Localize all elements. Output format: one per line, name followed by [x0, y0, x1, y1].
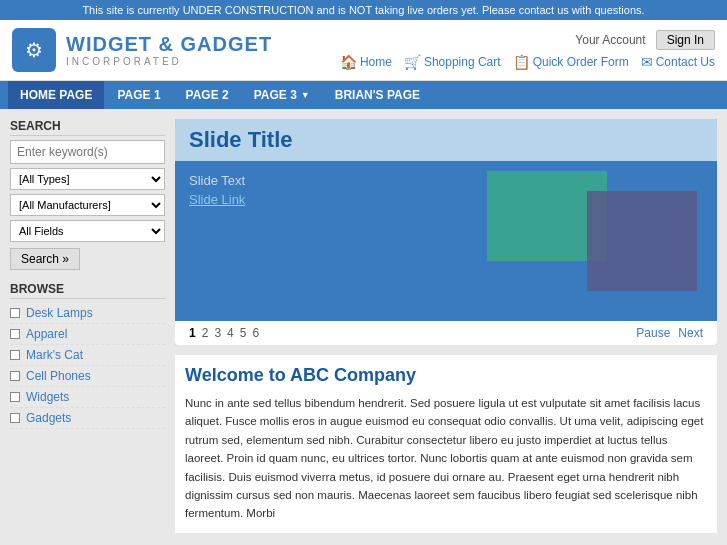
- browse-marks-cat[interactable]: Mark's Cat: [10, 345, 165, 366]
- search-section: SEARCH [All Types] [All Manufacturers] A…: [10, 119, 165, 270]
- slide-title: Slide Title: [189, 127, 703, 153]
- slide-page-6[interactable]: 6: [252, 326, 259, 340]
- brand-sub: INCORPORATED: [66, 56, 272, 68]
- slide-page-numbers: 1 2 3 4 5 6: [189, 326, 259, 340]
- manufacturer-select[interactable]: [All Manufacturers]: [10, 194, 165, 216]
- order-icon: 📋: [513, 54, 530, 70]
- brand-name: WIDGET & GADGET: [66, 32, 272, 56]
- browse-gadgets[interactable]: Gadgets: [10, 408, 165, 429]
- quick-order-link[interactable]: 📋Quick Order Form: [513, 54, 629, 70]
- account-row: Your Account Sign In: [340, 30, 715, 50]
- header-nav-links: 🏠Home 🛒Shopping Cart 📋Quick Order Form ✉…: [340, 54, 715, 70]
- browse-widgets[interactable]: Widgets: [10, 387, 165, 408]
- slide-page-4[interactable]: 4: [227, 326, 234, 340]
- slide-images: [487, 171, 697, 291]
- checkbox-marks-cat: [10, 350, 20, 360]
- contact-link[interactable]: ✉Contact Us: [641, 54, 715, 70]
- slide-controls: 1 2 3 4 5 6 Pause Next: [175, 321, 717, 345]
- browse-desk-lamps[interactable]: Desk Lamps: [10, 303, 165, 324]
- main-content: Slide Title Slide Text Slide Link 1 2 3 …: [175, 119, 717, 533]
- slide-page-2[interactable]: 2: [202, 326, 209, 340]
- checkbox-widgets: [10, 392, 20, 402]
- nav-home-page[interactable]: HOME PAGE: [8, 81, 104, 109]
- slide-image-2: [587, 191, 697, 291]
- slide-next-button[interactable]: Next: [678, 326, 703, 340]
- logo-text: WIDGET & GADGET INCORPORATED: [66, 32, 272, 68]
- slide-nav-buttons: Pause Next: [636, 326, 703, 340]
- manufacturer-select-row: [All Manufacturers]: [10, 194, 165, 216]
- welcome-body: Nunc in ante sed tellus bibendum hendrer…: [185, 394, 707, 523]
- search-input[interactable]: [10, 140, 165, 164]
- sidebar: SEARCH [All Types] [All Manufacturers] A…: [10, 119, 165, 533]
- home-icon: 🏠: [340, 54, 357, 70]
- home-link[interactable]: 🏠Home: [340, 54, 392, 70]
- banner-text: This site is currently UNDER CONSTRUCTIO…: [82, 4, 644, 16]
- page3-arrow: ▼: [301, 90, 310, 100]
- browse-cell-phones[interactable]: Cell Phones: [10, 366, 165, 387]
- slide-link[interactable]: Slide Link: [189, 192, 245, 207]
- sign-in-button[interactable]: Sign In: [656, 30, 715, 50]
- logo-icon: ⚙: [12, 28, 56, 72]
- nav-page1[interactable]: PAGE 1: [105, 81, 172, 109]
- type-select[interactable]: [All Types]: [10, 168, 165, 190]
- shopping-cart-link[interactable]: 🛒Shopping Cart: [404, 54, 501, 70]
- checkbox-cell-phones: [10, 371, 20, 381]
- contact-icon: ✉: [641, 54, 653, 70]
- welcome-title: Welcome to ABC Company: [185, 365, 707, 386]
- browse-apparel[interactable]: Apparel: [10, 324, 165, 345]
- welcome-section: Welcome to ABC Company Nunc in ante sed …: [175, 355, 717, 533]
- header-right: Your Account Sign In 🏠Home 🛒Shopping Car…: [340, 30, 715, 70]
- cart-icon: 🛒: [404, 54, 421, 70]
- search-title: SEARCH: [10, 119, 165, 136]
- nav-page3[interactable]: PAGE 3▼: [242, 81, 322, 109]
- type-select-row: [All Types]: [10, 168, 165, 190]
- browse-title: BROWSE: [10, 282, 165, 299]
- slide-pause-button[interactable]: Pause: [636, 326, 670, 340]
- site-header: ⚙ WIDGET & GADGET INCORPORATED Your Acco…: [0, 20, 727, 81]
- search-button[interactable]: Search »: [10, 248, 80, 270]
- browse-section: BROWSE Desk Lamps Apparel Mark's Cat Cel…: [10, 282, 165, 429]
- checkbox-gadgets: [10, 413, 20, 423]
- logo-area: ⚙ WIDGET & GADGET INCORPORATED: [12, 28, 272, 72]
- field-select-row: All Fields: [10, 220, 165, 242]
- nav-page2[interactable]: PAGE 2: [174, 81, 241, 109]
- slide-page-5[interactable]: 5: [240, 326, 247, 340]
- main-layout: SEARCH [All Types] [All Manufacturers] A…: [0, 109, 727, 543]
- slide-page-3[interactable]: 3: [214, 326, 221, 340]
- account-label: Your Account: [575, 33, 645, 47]
- main-nav: HOME PAGE PAGE 1 PAGE 2 PAGE 3▼ BRIAN'S …: [0, 81, 727, 109]
- slide-page-1[interactable]: 1: [189, 326, 196, 340]
- slideshow: Slide Title Slide Text Slide Link 1 2 3 …: [175, 119, 717, 345]
- slide-body: Slide Text Slide Link: [175, 161, 717, 321]
- field-select[interactable]: All Fields: [10, 220, 165, 242]
- checkbox-desk-lamps: [10, 308, 20, 318]
- nav-brians-page[interactable]: BRIAN'S PAGE: [323, 81, 432, 109]
- slide-title-bar: Slide Title: [175, 119, 717, 161]
- checkbox-apparel: [10, 329, 20, 339]
- construction-banner: This site is currently UNDER CONSTRUCTIO…: [0, 0, 727, 20]
